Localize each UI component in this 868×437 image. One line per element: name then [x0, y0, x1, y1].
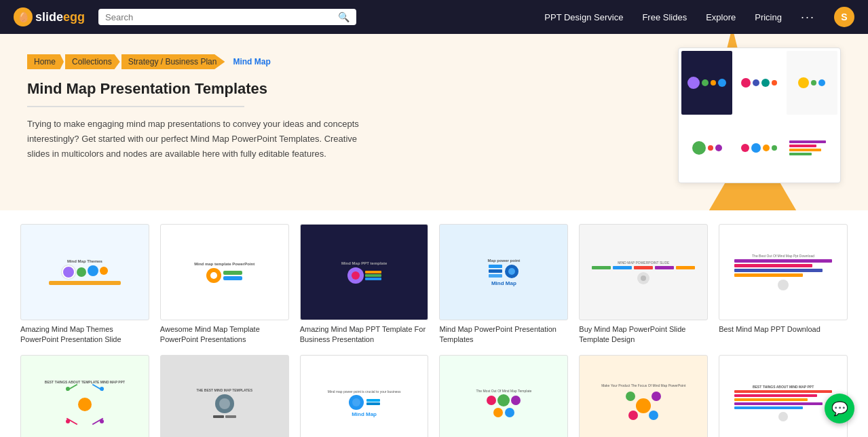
template-card-12: Best things about mind map ppt Our Prede… [719, 355, 848, 437]
breadcrumb-strategy[interactable]: Strategy / Business Plan [121, 54, 227, 69]
preview-cell-2 [734, 51, 785, 115]
template-card-4: Map power point Mind Map Mind Map [439, 224, 568, 344]
hero-description: Trying to make engaging mind map present… [27, 117, 380, 162]
templates-section: Mind Map Themes Amazing Mind Map Themes … [0, 210, 868, 437]
template-title-3: Amazing Mind Map PPT Template For Busine… [300, 324, 429, 344]
template-card-5: MIND MAP POWERPOINT SLIDE Buy Mind Map P… [579, 224, 708, 344]
template-thumb-11[interactable]: Make Your Product The Focus Of Mind Map … [579, 355, 708, 437]
hero-preview-grid [678, 48, 841, 183]
logo[interactable]: 🥚 slideegg [14, 7, 85, 26]
nav-explore[interactable]: Explore [706, 12, 736, 22]
breadcrumb-collections-link[interactable]: Collections [65, 54, 120, 69]
logo-text: slideegg [35, 10, 85, 24]
breadcrumb-mindmap-label: Mind Map [226, 54, 278, 69]
nav-pricing[interactable]: Pricing [755, 12, 782, 22]
breadcrumb-collections[interactable]: Collections [65, 54, 121, 69]
template-thumb-2[interactable]: Mind map template PowerPoint [160, 224, 289, 320]
template-thumb-9[interactable]: Mind map power point is crucial to your … [300, 355, 429, 437]
template-thumb-5[interactable]: MIND MAP POWERPOINT SLIDE [579, 224, 708, 320]
breadcrumb-home[interactable]: Home [27, 54, 65, 69]
template-title-4: Mind Map PowerPoint Presentation Templat… [439, 324, 568, 344]
template-thumb-8[interactable]: The Best Mind Map Templates [160, 355, 289, 437]
template-card-6: The Best Out Of Mind Map Ppt Download Be… [719, 224, 848, 344]
template-card-11: Make Your Product The Focus Of Mind Map … [579, 355, 708, 437]
template-thumb-12[interactable]: Best things about mind map ppt [719, 355, 848, 437]
hero-section: Home Collections Strategy / Business Pla… [0, 34, 868, 210]
template-thumb-10[interactable]: The Most Out Of Mind Map Template [439, 355, 568, 437]
preview-cell-3 [787, 51, 837, 115]
template-card-7: BEST THINGS ABOUT TEMPLATE MIND MAP PPT [20, 355, 149, 437]
template-card-1: Mind Map Themes Amazing Mind Map Themes … [20, 224, 149, 344]
chat-widget[interactable]: 💬 [825, 394, 854, 423]
templates-row-2: BEST THINGS ABOUT TEMPLATE MIND MAP PPT [20, 355, 848, 437]
template-card-10: The Most Out Of Mind Map Template Best M… [439, 355, 568, 437]
breadcrumb-home-link[interactable]: Home [27, 54, 64, 69]
logo-icon: 🥚 [14, 7, 33, 26]
search-input[interactable] [105, 12, 333, 22]
preview-cell-4 [681, 116, 732, 180]
nav-free-slides[interactable]: Free Slides [642, 12, 687, 22]
preview-cell-5 [734, 116, 785, 180]
title-divider [27, 106, 244, 107]
nav-links: PPT Design Service Free Slides Explore P… [544, 7, 854, 27]
preview-cell-6 [787, 116, 837, 180]
avatar[interactable]: S [834, 7, 854, 27]
chat-icon: 💬 [831, 400, 848, 417]
template-title-5: Buy Mind Map PowerPoint Slide Template D… [579, 324, 708, 344]
search-icon: 🔍 [338, 12, 350, 22]
templates-row-1: Mind Map Themes Amazing Mind Map Themes … [20, 224, 848, 344]
template-card-3: Mind Map PPT template Amazing Mind Map P… [300, 224, 429, 344]
template-thumb-1[interactable]: Mind Map Themes [20, 224, 149, 320]
template-thumb-3[interactable]: Mind Map PPT template [300, 224, 429, 320]
search-bar: 🔍 [98, 9, 356, 25]
more-options-icon[interactable]: ··· [801, 10, 815, 24]
template-card-9: Mind map power point is crucial to your … [300, 355, 429, 437]
template-thumb-6[interactable]: The Best Out Of Mind Map Ppt Download [719, 224, 848, 320]
preview-cell-1 [681, 51, 732, 115]
breadcrumb-strategy-link[interactable]: Strategy / Business Plan [121, 54, 225, 69]
template-title-1: Amazing Mind Map Themes PowerPoint Prese… [20, 324, 149, 344]
template-card-2: Mind map template PowerPoint Awesome Min… [160, 224, 289, 344]
navbar: 🥚 slideegg 🔍 PPT Design Service Free Sli… [0, 0, 868, 34]
nav-ppt-design[interactable]: PPT Design Service [544, 12, 623, 22]
template-title-6: Best Mind Map PPT Download [719, 324, 848, 334]
template-thumb-4[interactable]: Map power point Mind Map [439, 224, 568, 320]
template-card-8: The Best Mind Map Templates Editable Min… [160, 355, 289, 437]
template-thumb-7[interactable]: BEST THINGS ABOUT TEMPLATE MIND MAP PPT [20, 355, 149, 437]
breadcrumb-mindmap: Mind Map [226, 54, 280, 69]
template-title-2: Awesome Mind Map Template PowerPoint Pre… [160, 324, 289, 344]
